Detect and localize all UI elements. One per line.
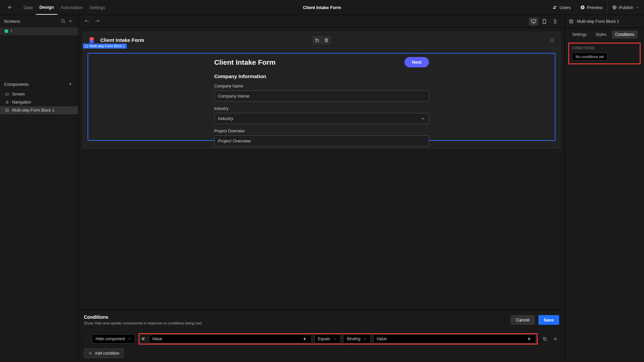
page-title: Client Intake Form [303, 5, 341, 10]
tablet-icon [542, 19, 547, 24]
svg-point-10 [552, 39, 552, 39]
arrow-left-icon [7, 5, 13, 10]
add-condition-row: Add condition [78, 345, 565, 362]
svg-rect-5 [532, 19, 536, 22]
remove-rule-button[interactable] [552, 335, 559, 343]
multi-step-form-block[interactable]: Multi-step Form Block 1 Client Intake Fo… [88, 53, 555, 141]
publish-button[interactable]: Publish [607, 0, 644, 15]
eye-icon [5, 100, 9, 105]
project-overview-input[interactable]: Project Overview [214, 135, 429, 146]
tab-settings[interactable]: Settings [86, 0, 109, 15]
condition-expression-box: IF Value Equals Binding Value [139, 333, 538, 345]
bolt-icon [527, 337, 531, 341]
device-mobile[interactable] [550, 17, 560, 25]
block-tag: Multi-step Form Block 1 [83, 44, 127, 49]
canvas-wrap: Client Intake Form Multi-step Form Block… [78, 28, 565, 309]
component-label: Screen [12, 92, 25, 97]
redo-icon [95, 19, 100, 24]
rp-tab-styles[interactable]: Styles [592, 31, 610, 39]
form-header-row: Client Intake Form Next [214, 57, 429, 67]
preview-label: Preview [587, 5, 602, 10]
add-component-button[interactable] [67, 80, 74, 88]
field-label: Industry [214, 106, 429, 111]
grid-icon [549, 38, 555, 43]
svg-point-13 [552, 40, 552, 41]
component-form-block[interactable]: Multi-step Form Block 1 [0, 106, 78, 114]
industry-select[interactable]: Industry [214, 113, 429, 124]
binding-select[interactable]: Binding [343, 334, 371, 344]
svg-rect-26 [570, 20, 573, 23]
rule-trailing-actions [541, 335, 559, 343]
svg-rect-7 [554, 19, 556, 23]
add-condition-button[interactable]: Add condition [84, 349, 124, 358]
field-label: Project Overview [214, 129, 429, 133]
device-desktop[interactable] [529, 17, 538, 25]
tab-design[interactable]: Design [36, 0, 57, 15]
delete-button[interactable] [322, 36, 331, 45]
left-panel: Screens / Components Screen [0, 15, 78, 362]
conditions-title: Conditions [84, 314, 203, 320]
components-header: Components [0, 78, 78, 90]
value-right-input[interactable]: Value [373, 335, 536, 343]
svg-rect-18 [86, 45, 88, 47]
chevron-down-icon [333, 337, 337, 341]
next-button[interactable]: Next [405, 57, 429, 67]
undo-button[interactable] [83, 18, 91, 25]
chevron-down-icon [421, 116, 425, 121]
search-icon [61, 19, 65, 23]
if-label: IF [140, 337, 146, 341]
svg-point-12 [550, 40, 551, 41]
component-navigation[interactable]: Navigation [0, 98, 78, 106]
section-title: Company Information [214, 73, 429, 79]
app-logo-icon [88, 36, 97, 45]
svg-point-22 [87, 339, 87, 339]
field-label: Company Name [214, 84, 429, 88]
device-tablet[interactable] [540, 17, 549, 25]
canvas-app-title: Client Intake Form [100, 37, 144, 43]
components-section: Components Screen Navigation Multi-step … [0, 78, 78, 114]
plus-icon [68, 82, 73, 86]
screen-item-root[interactable]: / [0, 27, 78, 35]
component-screen[interactable]: Screen [0, 90, 78, 98]
tab-automation[interactable]: Automation [57, 0, 86, 15]
users-label: Users [559, 5, 571, 10]
binding-label: Binding [347, 337, 360, 341]
back-button[interactable] [6, 3, 14, 11]
tab-data[interactable]: Data [20, 0, 36, 15]
components-label: Components [4, 82, 29, 87]
no-conditions-button[interactable]: No conditions set [572, 53, 607, 61]
svg-point-1 [61, 19, 64, 22]
binding-button[interactable] [301, 335, 309, 343]
search-screens-button[interactable] [59, 17, 67, 25]
company-name-input[interactable]: Company Name [214, 90, 429, 102]
cancel-button[interactable]: Cancel [511, 315, 535, 325]
duplicate-button[interactable] [312, 36, 322, 45]
form-inner: Client Intake Form Next Company Informat… [214, 54, 429, 148]
preview-button[interactable]: Preview [576, 0, 607, 15]
action-select[interactable]: Hide component [92, 334, 135, 344]
chevron-down-icon [363, 337, 367, 341]
drag-handle[interactable] [84, 337, 89, 341]
center-panel: Client Intake Form Multi-step Form Block… [78, 15, 565, 362]
operator-select[interactable]: Equals [314, 334, 341, 344]
undo-redo-group [83, 18, 101, 25]
rp-tab-settings[interactable]: Settings [569, 31, 590, 39]
drag-icon [85, 337, 88, 341]
svg-point-23 [86, 340, 86, 340]
add-screen-button[interactable] [67, 17, 74, 25]
value-placeholder: Value [376, 337, 386, 341]
rp-tab-conditions[interactable]: Conditions [612, 31, 638, 39]
save-button[interactable]: Save [538, 315, 559, 325]
selected-component-name: Multi-step Form Block 1 [577, 19, 619, 24]
value-left-input[interactable]: Value [149, 335, 312, 343]
duplicate-rule-button[interactable] [541, 335, 548, 343]
form-icon [569, 19, 574, 24]
users-button[interactable]: Users [548, 0, 576, 15]
users-icon [553, 5, 557, 10]
redo-button[interactable] [94, 18, 101, 25]
main: Screens / Components Screen [0, 15, 644, 362]
binding-button[interactable] [526, 335, 533, 343]
svg-point-20 [87, 338, 87, 338]
center-toolbar [78, 15, 565, 28]
grid-menu-button[interactable] [549, 38, 555, 43]
